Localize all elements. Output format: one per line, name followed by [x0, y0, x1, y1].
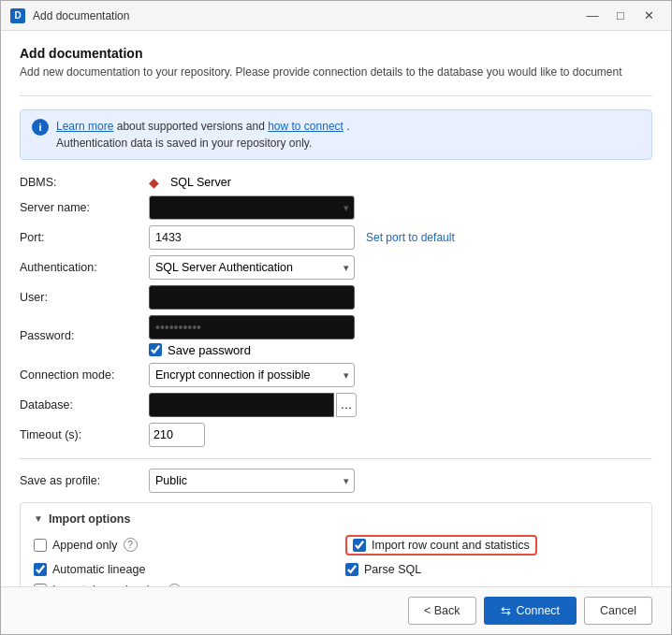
- profile-label: Save as profile:: [20, 474, 141, 487]
- dbms-field: ◆ SQL Server: [149, 175, 652, 190]
- window-title: Add documentation: [33, 9, 579, 22]
- maximize-button[interactable]: □: [607, 6, 634, 26]
- auth-label: Authentication:: [20, 261, 141, 274]
- database-field: …: [149, 393, 652, 417]
- app-icon: D: [10, 8, 25, 23]
- chevron-down-icon: ▼: [34, 513, 43, 524]
- server-select-wrapper[interactable]: [149, 195, 355, 220]
- section-divider: [20, 458, 652, 459]
- parse-sql-option: Parse SQL: [345, 563, 638, 576]
- info-icon: i: [32, 119, 49, 136]
- auth-select-wrapper[interactable]: SQL Server Authentication: [149, 255, 355, 280]
- page-title: Add documentation: [20, 46, 652, 61]
- password-section: Save password: [149, 315, 652, 357]
- back-button[interactable]: < Back: [408, 597, 476, 625]
- password-label: Password:: [20, 329, 141, 342]
- connection-select[interactable]: Encrypt connection if possible: [149, 363, 355, 387]
- parse-sql-label: Parse SQL: [364, 563, 421, 576]
- password-input[interactable]: [149, 315, 355, 339]
- connection-select-wrapper[interactable]: Encrypt connection if possible: [149, 363, 355, 387]
- server-label: Server name:: [20, 201, 141, 214]
- panel-header[interactable]: ▼ Import options: [34, 512, 638, 526]
- timeout-field: [149, 423, 652, 447]
- header-divider: [20, 95, 652, 96]
- connection-label: Connection mode:: [20, 368, 141, 382]
- panel-title: Import options: [49, 512, 131, 526]
- import-row-checkbox[interactable]: [353, 539, 366, 552]
- sqlserver-icon: ◆: [149, 175, 159, 190]
- automatic-lineage-option: Automatic lineage: [34, 563, 327, 576]
- profile-row: Save as profile: Public: [20, 469, 652, 493]
- info-banner: i Learn more about supported versions an…: [20, 109, 652, 160]
- auth-field: SQL Server Authentication: [149, 255, 652, 280]
- dbms-value: SQL Server: [170, 176, 231, 189]
- append-only-help-icon[interactable]: ?: [124, 538, 138, 552]
- user-input[interactable]: [149, 285, 355, 310]
- automatic-lineage-label: Automatic lineage: [52, 563, 145, 576]
- save-password-label: Save password: [168, 343, 251, 357]
- cancel-button[interactable]: Cancel: [584, 597, 652, 625]
- profile-select[interactable]: Public: [149, 469, 355, 493]
- port-input[interactable]: [149, 225, 355, 250]
- import-row-label: Import row count and statistics: [372, 539, 530, 552]
- database-browse-button[interactable]: …: [336, 393, 357, 417]
- import-options-panel: ▼ Import options Append only ? Import ro…: [20, 502, 652, 586]
- minimize-button[interactable]: —: [579, 6, 606, 26]
- options-grid: Append only ? Import row count and stati…: [34, 535, 638, 586]
- database-label: Database:: [20, 398, 141, 411]
- how-to-connect-link[interactable]: how to connect: [268, 120, 343, 133]
- page-subtitle: Add new documentation to your repository…: [20, 65, 652, 80]
- append-only-checkbox[interactable]: [34, 539, 47, 552]
- connect-icon: ⇆: [501, 604, 511, 618]
- parse-sql-checkbox[interactable]: [345, 563, 358, 576]
- server-select[interactable]: [149, 195, 355, 220]
- server-field: [149, 195, 652, 220]
- learn-more-link[interactable]: Learn more: [56, 120, 113, 133]
- window-controls: — □ ✕: [579, 6, 662, 26]
- auth-select[interactable]: SQL Server Authentication: [149, 255, 355, 280]
- close-button[interactable]: ✕: [635, 6, 662, 26]
- user-field: [149, 285, 652, 310]
- dbms-label: DBMS:: [20, 176, 141, 189]
- import-row-highlight: Import row count and statistics: [345, 535, 537, 556]
- connection-form: DBMS: ◆ SQL Server Server name: Port: Se…: [20, 175, 652, 447]
- connect-label: Connect: [517, 604, 561, 617]
- main-window: D Add documentation — □ ✕ Add documentat…: [0, 0, 672, 635]
- port-field: Set port to default: [149, 225, 652, 250]
- user-label: User:: [20, 291, 141, 304]
- title-bar: D Add documentation — □ ✕: [1, 1, 671, 31]
- set-port-link[interactable]: Set port to default: [366, 231, 455, 244]
- append-only-label: Append only: [52, 539, 118, 552]
- info-text: Learn more about supported versions and …: [56, 118, 350, 152]
- timeout-input[interactable]: [149, 423, 205, 447]
- save-password-checkbox[interactable]: [149, 343, 162, 356]
- timeout-label: Timeout (s):: [20, 428, 141, 441]
- connect-button[interactable]: ⇆ Connect: [484, 597, 577, 625]
- content-area: Add documentation Add new documentation …: [1, 31, 671, 586]
- profile-select-wrapper[interactable]: Public: [149, 469, 355, 493]
- footer: < Back ⇆ Connect Cancel: [1, 586, 671, 634]
- automatic-lineage-checkbox[interactable]: [34, 563, 47, 576]
- database-input[interactable]: [149, 393, 334, 417]
- save-password-row: Save password: [149, 343, 652, 357]
- port-label: Port:: [20, 231, 141, 244]
- connection-field: Encrypt connection if possible: [149, 363, 652, 387]
- import-row-option: Import row count and statistics: [345, 535, 638, 556]
- append-only-option: Append only ?: [34, 535, 327, 556]
